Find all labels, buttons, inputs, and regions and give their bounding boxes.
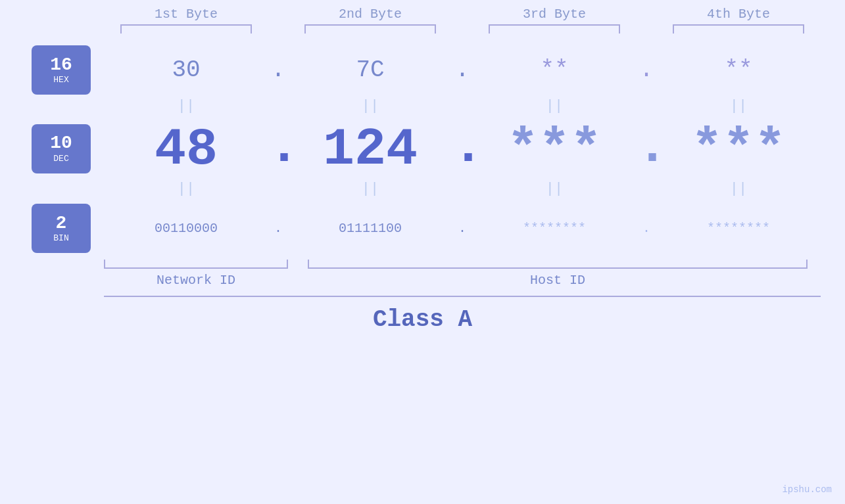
hex-badge: 16 HEX [32, 45, 91, 95]
id-labels: Network ID Host ID [0, 273, 845, 288]
bin-dot3: . [637, 221, 656, 236]
byte2-header: 2nd Byte [288, 7, 452, 22]
eq2-b1: || [104, 181, 268, 197]
equals-row-1: || || || || [0, 96, 845, 116]
network-id-label: Network ID [104, 273, 288, 288]
eq1-b2: || [288, 98, 452, 114]
equals-row-2: || || || || [0, 179, 845, 198]
hex-dot3: . [637, 57, 656, 83]
host-id-label: Host ID [308, 273, 808, 288]
dec-byte1: 48 [104, 124, 268, 176]
byte3-header: 3rd Byte [472, 7, 637, 22]
top-brackets [104, 24, 845, 34]
byte-headers: 1st Byte 2nd Byte 3rd Byte 4th Byte [104, 7, 845, 22]
bin-byte1: 00110000 [104, 221, 268, 236]
class-bracket-row [0, 296, 845, 297]
main-layout: 1st Byte 2nd Byte 3rd Byte 4th Byte 16 H… [0, 0, 845, 333]
dec-badge: 10 DEC [32, 124, 91, 173]
byte1-header: 1st Byte [104, 7, 268, 22]
dec-byte3: *** [472, 124, 637, 176]
bottom-brackets [0, 260, 845, 269]
host-bracket [308, 260, 808, 269]
bin-byte2: 01111100 [288, 221, 452, 236]
dec-byte2: 124 [288, 124, 452, 176]
eq1-b4: || [656, 98, 821, 114]
class-label: Class A [373, 306, 472, 333]
hex-dot2: . [452, 57, 472, 83]
byte4-header: 4th Byte [656, 7, 821, 22]
eq1-b3: || [472, 98, 637, 114]
bin-badge: 2 BIN [32, 204, 91, 253]
hex-byte4: ** [656, 57, 821, 83]
hex-byte2: 7C [288, 57, 452, 83]
dec-row: 10 DEC 48 . 124 . *** . *** [0, 121, 845, 176]
dec-byte4: *** [656, 124, 821, 176]
watermark: ipshu.com [782, 484, 832, 495]
hex-byte3: ** [472, 57, 637, 83]
dec-dot2: . [452, 121, 472, 176]
eq2-b3: || [472, 181, 637, 197]
bin-byte4: ******** [656, 221, 821, 236]
bin-byte3: ******** [472, 221, 637, 236]
bin-dot2: . [452, 221, 472, 236]
class-bracket-line [104, 296, 821, 297]
dec-dot1: . [268, 121, 288, 176]
hex-row: 16 HEX 30 . 7C . ** . ** [0, 45, 845, 95]
eq1-b1: || [104, 98, 268, 114]
dec-dot3: . [637, 121, 656, 176]
bin-row: 2 BIN 00110000 . 01111100 . ******** . [0, 204, 845, 253]
bin-dot1: . [268, 221, 288, 236]
class-label-row: Class A [0, 306, 845, 333]
hex-dot1: . [268, 57, 288, 83]
eq2-b2: || [288, 181, 452, 197]
hex-byte1: 30 [104, 57, 268, 83]
eq2-b4: || [656, 181, 821, 197]
network-bracket [104, 260, 288, 269]
